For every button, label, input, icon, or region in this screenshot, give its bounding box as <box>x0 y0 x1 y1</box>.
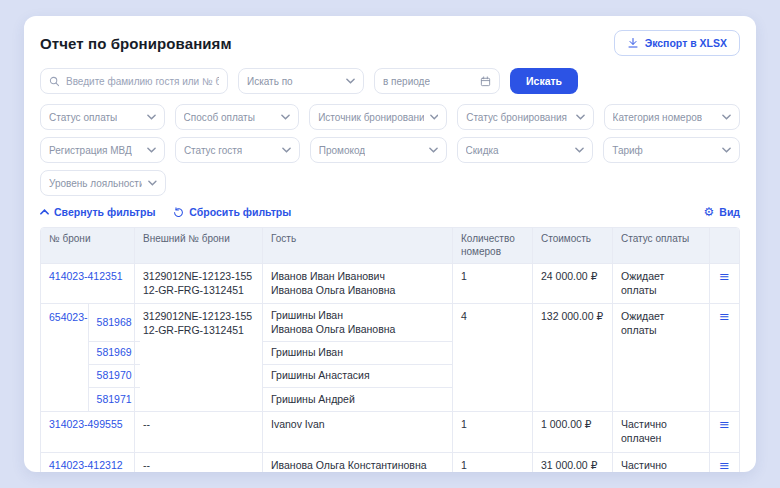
row-menu-icon[interactable]: ≡ <box>719 269 730 284</box>
filter-discount[interactable]: Скидка <box>457 137 594 163</box>
chevron-down-icon <box>147 114 156 120</box>
filter-label: Способ оплаты <box>184 112 255 123</box>
filter-label: Тариф <box>612 145 643 156</box>
table-row: 414023-412312 -- Иванова Ольга Константи… <box>41 452 739 472</box>
gear-icon: ⚙ <box>704 206 715 218</box>
filter-label: Категория номеров <box>613 112 702 123</box>
guest-sub-row: Гришины Андрей <box>263 388 452 411</box>
table-row-grouped: 654023- 581968 581969 581970 581971 3129… <box>41 303 739 411</box>
row-menu-icon[interactable]: ≡ <box>719 309 730 324</box>
filter-room-category[interactable]: Категория номеров <box>604 104 740 130</box>
guest-name: Ivanov Ivan <box>271 418 444 432</box>
filter-row-3: Уровень лояльности <box>40 170 740 196</box>
filter-booking-source[interactable]: Источник бронирования <box>309 104 447 130</box>
cost-value: 1 000.00 ₽ <box>533 412 613 451</box>
reset-filters-link[interactable]: Сбросить фильтры <box>173 206 291 218</box>
filter-payment-status[interactable]: Статус оплаты <box>40 104 165 130</box>
filter-booking-status[interactable]: Статус бронирования <box>457 104 593 130</box>
search-by-label: Искать по <box>247 76 293 87</box>
booking-sub-number-link[interactable]: 581971 <box>88 388 140 411</box>
col-header-rooms: Количество номеров <box>453 228 533 263</box>
export-label: Экспорт в XLSX <box>645 37 727 49</box>
payment-status: Частично оплачен <box>613 412 710 451</box>
page-title: Отчет по бронированиям <box>40 35 232 52</box>
external-number: -- <box>135 453 263 472</box>
card-header: Отчет по бронированиям Экспорт в XLSX <box>40 30 740 56</box>
chevron-down-icon <box>575 147 584 153</box>
calendar-icon <box>480 76 491 87</box>
search-button[interactable]: Искать <box>510 68 578 94</box>
external-number: 3129012NE-12123-15512-GR-FRG-1312451 <box>135 264 263 303</box>
period-date-input[interactable]: в периоде <box>374 68 500 94</box>
booking-number-link[interactable]: 414023-412351 <box>41 264 135 303</box>
chevron-down-icon <box>576 114 585 120</box>
booking-number-link[interactable]: 314023-499555 <box>41 412 135 451</box>
table-row: 414023-412351 3129012NE-12123-15512-GR-F… <box>41 263 739 303</box>
filter-label: Статус гостя <box>184 145 242 156</box>
search-row: Искать по в периоде Искать <box>40 68 740 94</box>
filter-links: Свернуть фильтры Сбросить фильтры <box>40 206 291 218</box>
external-number: -- <box>135 412 263 451</box>
table-header-row: № брони Внешний № брони Гость Количество… <box>41 228 739 263</box>
col-header-actions <box>710 228 739 263</box>
filter-promocode[interactable]: Промокод <box>310 137 447 163</box>
cost-value: 31 000.00 ₽ <box>533 453 613 472</box>
filter-label: Регистрация МВД <box>49 145 132 156</box>
rooms-count: 4 <box>453 304 533 411</box>
filter-loyalty-level[interactable]: Уровень лояльности <box>40 170 166 196</box>
rooms-count: 1 <box>453 453 533 472</box>
row-menu-icon[interactable]: ≡ <box>719 458 730 472</box>
col-header-booking-no: № брони <box>41 228 135 263</box>
filter-guest-status[interactable]: Статус гостя <box>175 137 300 163</box>
view-settings-link[interactable]: ⚙ Вид <box>704 206 740 218</box>
search-input[interactable] <box>66 76 219 87</box>
cost-value: 24 000.00 ₽ <box>533 264 613 303</box>
search-icon <box>49 76 60 87</box>
filter-payment-method[interactable]: Способ оплаты <box>175 104 300 130</box>
search-field <box>40 68 228 94</box>
row-menu-icon[interactable]: ≡ <box>719 417 730 432</box>
chevron-down-icon <box>147 147 156 153</box>
chevron-down-icon <box>722 114 731 120</box>
booking-sub-number-link[interactable]: 581970 <box>88 365 140 388</box>
booking-number-prefix-link[interactable]: 654023- <box>41 304 88 411</box>
actions-cell: ≡ <box>710 264 739 303</box>
rooms-count: 1 <box>453 412 533 451</box>
col-header-cost: Стоимость <box>533 228 613 263</box>
search-by-select[interactable]: Искать по <box>238 68 364 94</box>
chevron-down-icon <box>281 114 290 120</box>
guest-name: Гришины Андрей <box>271 393 444 407</box>
filters-panel: Статус оплаты Способ оплаты Источник бро… <box>40 104 740 196</box>
booking-sub-number-link[interactable]: 581969 <box>88 342 140 365</box>
booking-number-link[interactable]: 414023-412312 <box>41 453 135 472</box>
chevron-down-icon <box>148 180 157 186</box>
cost-value: 132 000.00 ₽ <box>533 304 613 411</box>
actions-cell: ≡ <box>710 304 739 411</box>
guest-group-cell: Гришины Иван Иванова Ольга Ивановна Гриш… <box>263 304 453 411</box>
payment-status: Ожидает оплаты <box>613 304 710 411</box>
guest-cell: Ivanov Ivan <box>263 412 453 451</box>
chevron-down-icon <box>722 147 731 153</box>
filter-row-2: Регистрация МВД Статус гостя Промокод Ск… <box>40 137 740 163</box>
guest-name: Иванова Ольга Константиновна <box>271 459 444 472</box>
chevron-down-icon <box>430 114 438 120</box>
guest-sub-row: Гришины Иван Иванова Ольга Ивановна <box>263 304 452 342</box>
filter-tariff[interactable]: Тариф <box>603 137 740 163</box>
table-controls-row: Свернуть фильтры Сбросить фильтры ⚙ Вид <box>40 206 740 218</box>
report-card: Отчет по бронированиям Экспорт в XLSX Ис… <box>24 16 756 472</box>
booking-sub-number-link[interactable]: 581968 <box>88 304 140 342</box>
col-header-external-no: Внешний № брони <box>135 228 263 263</box>
filter-label: Статус бронирования <box>466 112 567 123</box>
reset-filters-label: Сбросить фильтры <box>189 206 291 218</box>
guest-name: Иванов Иван Иванович <box>271 270 444 284</box>
export-xlsx-button[interactable]: Экспорт в XLSX <box>614 30 740 56</box>
guest-name: Гришины Иван <box>271 346 444 360</box>
collapse-filters-link[interactable]: Свернуть фильтры <box>40 206 155 218</box>
chevron-up-icon <box>40 209 49 215</box>
col-header-guest: Гость <box>263 228 453 263</box>
actions-cell: ≡ <box>710 453 739 472</box>
actions-cell: ≡ <box>710 412 739 451</box>
filter-mvd-registration[interactable]: Регистрация МВД <box>40 137 165 163</box>
guest-sub-row: Гришины Анастасия <box>263 365 452 388</box>
view-settings-label: Вид <box>719 206 740 218</box>
